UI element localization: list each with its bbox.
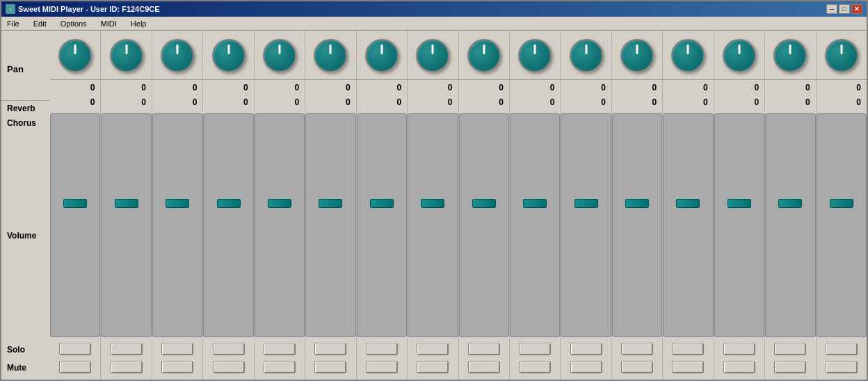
mute-button-4[interactable] xyxy=(213,361,245,373)
channel-12: 0 0 xyxy=(612,31,663,380)
mute-button-7[interactable] xyxy=(366,361,398,373)
menu-help[interactable]: Help xyxy=(128,19,150,29)
mute-button-15[interactable] xyxy=(774,361,806,373)
fader-handle-10[interactable] xyxy=(523,199,547,208)
solo-row-9 xyxy=(459,341,509,359)
fader-track-16[interactable] xyxy=(817,113,867,337)
mute-button-11[interactable] xyxy=(570,361,602,373)
reverb-value-13: 0 xyxy=(663,79,713,95)
fader-handle-2[interactable] xyxy=(115,199,138,208)
fader-handle-6[interactable] xyxy=(319,199,342,208)
pan-knob-10[interactable] xyxy=(517,38,553,74)
fader-track-9[interactable] xyxy=(459,113,509,337)
solo-button-8[interactable] xyxy=(417,343,449,355)
fader-track-6[interactable] xyxy=(305,113,355,337)
pan-knob-11[interactable] xyxy=(568,38,604,74)
mute-button-2[interactable] xyxy=(111,361,143,373)
fader-track-8[interactable] xyxy=(408,113,458,337)
pan-knob-9[interactable] xyxy=(466,38,502,74)
pan-knob-13[interactable] xyxy=(670,38,706,74)
pan-knob-16[interactable] xyxy=(823,38,860,74)
mute-button-9[interactable] xyxy=(468,361,500,373)
fader-handle-3[interactable] xyxy=(166,199,189,208)
fader-track-13[interactable] xyxy=(663,113,713,337)
mute-button-5[interactable] xyxy=(264,361,296,373)
mute-button-12[interactable] xyxy=(621,361,653,373)
pan-knob-8[interactable] xyxy=(415,38,451,74)
mute-button-8[interactable] xyxy=(417,361,449,373)
fader-track-10[interactable] xyxy=(510,113,560,337)
mute-button-6[interactable] xyxy=(314,361,346,373)
channel-13: 0 0 xyxy=(663,31,714,380)
fader-handle-13[interactable] xyxy=(676,199,700,208)
maximize-button[interactable]: □ xyxy=(839,4,850,14)
menu-edit[interactable]: Edit xyxy=(31,19,49,29)
solo-button-16[interactable] xyxy=(826,343,858,355)
fader-handle-8[interactable] xyxy=(421,199,444,208)
solo-button-5[interactable] xyxy=(264,343,296,355)
minimize-button[interactable]: ─ xyxy=(826,4,837,14)
fader-track-3[interactable] xyxy=(152,113,202,337)
fader-handle-9[interactable] xyxy=(472,199,496,208)
fader-col-16 xyxy=(817,110,867,341)
solo-button-12[interactable] xyxy=(621,343,653,355)
pan-knob-6[interactable] xyxy=(312,38,348,74)
fader-handle-1[interactable] xyxy=(63,199,87,208)
pan-knob-14[interactable] xyxy=(721,38,757,74)
menu-midi[interactable]: MIDI xyxy=(98,19,120,29)
menu-options[interactable]: Options xyxy=(58,19,90,29)
mute-button-1[interactable] xyxy=(59,361,91,373)
fader-track-14[interactable] xyxy=(714,113,764,337)
pan-knob-3[interactable] xyxy=(159,38,195,74)
close-button[interactable]: ✕ xyxy=(851,4,862,14)
channel-11: 0 0 xyxy=(561,31,611,380)
mute-button-13[interactable] xyxy=(672,361,704,373)
fader-track-15[interactable] xyxy=(765,113,815,337)
mute-button-14[interactable] xyxy=(723,361,755,373)
solo-button-11[interactable] xyxy=(570,343,602,355)
fader-handle-5[interactable] xyxy=(268,199,291,208)
pan-knob-4[interactable] xyxy=(211,38,247,74)
fader-track-5[interactable] xyxy=(255,113,305,337)
fader-handle-11[interactable] xyxy=(574,199,598,208)
solo-button-13[interactable] xyxy=(672,343,704,355)
pan-knob-2[interactable] xyxy=(108,38,145,74)
solo-button-9[interactable] xyxy=(468,343,500,355)
fader-area-13 xyxy=(663,110,713,341)
solo-button-6[interactable] xyxy=(314,343,346,355)
menu-file[interactable]: File xyxy=(4,19,22,29)
solo-button-3[interactable] xyxy=(161,343,193,355)
solo-button-10[interactable] xyxy=(519,343,551,355)
fader-track-11[interactable] xyxy=(561,113,611,337)
mute-button-3[interactable] xyxy=(161,361,193,373)
channel-15: 0 0 xyxy=(765,31,816,380)
pan-knob-7[interactable] xyxy=(364,38,400,74)
mute-button-10[interactable] xyxy=(519,361,551,373)
solo-button-7[interactable] xyxy=(366,343,398,355)
fader-handle-12[interactable] xyxy=(625,199,649,208)
solo-button-1[interactable] xyxy=(59,343,91,355)
fader-track-7[interactable] xyxy=(357,113,407,337)
fader-handle-16[interactable] xyxy=(830,199,853,208)
fader-handle-14[interactable] xyxy=(728,199,751,208)
fader-area-14 xyxy=(714,110,764,341)
channel-10: 0 0 xyxy=(510,31,561,380)
fader-handle-7[interactable] xyxy=(370,199,394,208)
pan-knob-15[interactable] xyxy=(772,38,808,74)
mute-button-16[interactable] xyxy=(826,361,858,373)
fader-handle-4[interactable] xyxy=(217,199,241,208)
fader-track-1[interactable] xyxy=(50,113,100,337)
solo-button-2[interactable] xyxy=(111,343,143,355)
fader-track-12[interactable] xyxy=(612,113,662,337)
pan-knob-1[interactable] xyxy=(57,38,93,74)
fader-handle-15[interactable] xyxy=(778,199,802,208)
solo-row-10 xyxy=(510,341,560,359)
solo-button-15[interactable] xyxy=(774,343,806,355)
pan-knob-5[interactable] xyxy=(262,38,298,74)
solo-button-4[interactable] xyxy=(213,343,245,355)
solo-button-14[interactable] xyxy=(723,343,755,355)
fader-track-4[interactable] xyxy=(203,113,253,337)
mute-row-15 xyxy=(765,359,815,377)
pan-knob-12[interactable] xyxy=(619,38,655,74)
fader-track-2[interactable] xyxy=(101,113,151,337)
